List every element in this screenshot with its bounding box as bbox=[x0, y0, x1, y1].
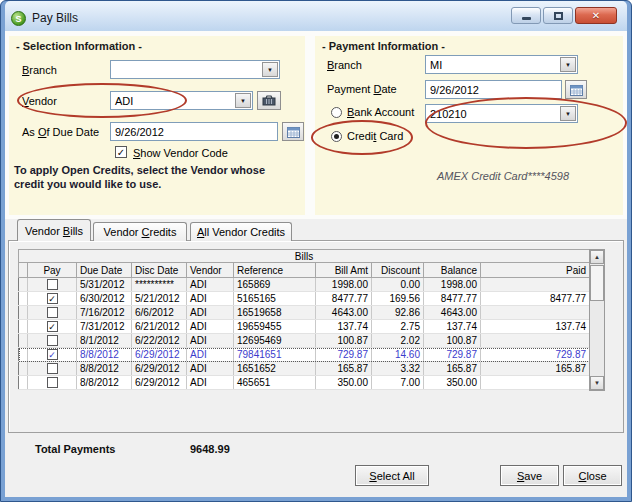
bank-account-radio[interactable] bbox=[331, 107, 342, 118]
table-row[interactable]: ✓ 6/30/2012 5/21/2012 ADI 5165165 8477.7… bbox=[19, 292, 590, 306]
payment-date-calendar-button[interactable] bbox=[565, 80, 587, 99]
table-row[interactable]: ✓ 7/31/2012 6/21/2012 ADI 19659455 137.7… bbox=[19, 320, 590, 334]
pay-checkbox[interactable]: ✓ bbox=[47, 293, 58, 304]
balance-cell: 729.87 bbox=[424, 348, 481, 362]
pay-checkbox[interactable] bbox=[47, 335, 58, 346]
payment-date-value: 9/26/2012 bbox=[430, 84, 479, 96]
due-date-cell: 7/16/2012 bbox=[77, 306, 132, 320]
table-row[interactable]: 7/16/2012 6/6/2012 ADI 16519658 4643.00 … bbox=[19, 306, 590, 320]
table-row[interactable]: 8/8/2012 6/29/2012 ADI 1651652 165.87 3.… bbox=[19, 362, 590, 376]
close-button[interactable]: ✕ bbox=[575, 7, 617, 24]
payment-heading: - Payment Information - bbox=[322, 40, 445, 52]
pay-checkbox[interactable]: ✓ bbox=[47, 349, 58, 360]
bills-group-header: Bills bbox=[19, 250, 590, 263]
vendor-dropdown[interactable]: ADI ▼ bbox=[110, 91, 253, 110]
pay-cell[interactable] bbox=[28, 362, 77, 376]
scroll-down-icon[interactable]: ▼ bbox=[590, 376, 604, 390]
close-dialog-button[interactable]: Close bbox=[563, 465, 622, 486]
paid-cell: 165.87 bbox=[481, 362, 590, 376]
as-of-due-date-value: 9/26/2012 bbox=[115, 126, 164, 138]
chevron-down-icon[interactable]: ▼ bbox=[262, 62, 278, 77]
total-payments-value: 9648.99 bbox=[190, 443, 230, 455]
vendor-cell: ADI bbox=[187, 334, 234, 348]
pay-cell[interactable]: ✓ bbox=[28, 348, 77, 362]
pay-checkbox[interactable] bbox=[47, 363, 58, 374]
tab-label: Vendor Bills bbox=[25, 225, 83, 237]
credit-card-radio[interactable] bbox=[331, 131, 342, 142]
calendar-icon bbox=[287, 126, 300, 138]
selection-information-panel: - Selection Information - Branch ▼ Vendo… bbox=[9, 36, 305, 215]
minimize-button[interactable] bbox=[511, 7, 541, 24]
pay-cell[interactable]: ✓ bbox=[28, 292, 77, 306]
titlebar[interactable]: S Pay Bills ✕ bbox=[5, 1, 627, 31]
vendor-bills-tab-page: Bills Pay Due Date Disc Date Vendor Refe… bbox=[8, 240, 624, 433]
bill-amt-cell: 165.87 bbox=[316, 362, 372, 376]
chevron-down-icon[interactable]: ▼ bbox=[560, 106, 576, 121]
tab-vendor-bills[interactable]: Vendor Bills bbox=[17, 219, 91, 241]
pay-cell[interactable] bbox=[28, 278, 77, 292]
col-due-date[interactable]: Due Date bbox=[77, 263, 132, 278]
balance-cell: 100.87 bbox=[424, 334, 481, 348]
table-row[interactable]: 5/31/2012 ********** ADI 165869 1998.00 … bbox=[19, 278, 590, 292]
table-row[interactable]: 8/8/2012 6/29/2012 ADI 465651 350.00 7.0… bbox=[19, 376, 590, 390]
tab-label: All Vendor Credits bbox=[197, 226, 285, 238]
col-reference[interactable]: Reference bbox=[234, 263, 316, 278]
save-label: Save bbox=[517, 470, 542, 482]
pay-cell[interactable] bbox=[28, 334, 77, 348]
chevron-down-icon[interactable]: ▼ bbox=[560, 57, 576, 72]
bills-scrollbar[interactable]: ▲ ▼ bbox=[589, 249, 605, 391]
chevron-down-icon[interactable]: ▼ bbox=[235, 93, 251, 108]
pay-checkbox[interactable] bbox=[47, 279, 58, 290]
payment-date-input[interactable]: 9/26/2012 bbox=[425, 80, 562, 99]
vendor-cell: ADI bbox=[187, 306, 234, 320]
disc-date-cell: 6/21/2012 bbox=[132, 320, 187, 334]
col-balance[interactable]: Balance bbox=[424, 263, 481, 278]
account-number-dropdown[interactable]: 210210 ▼ bbox=[425, 104, 578, 123]
tab-all-vendor-credits[interactable]: All Vendor Credits bbox=[190, 222, 292, 241]
branch-dropdown[interactable]: ▼ bbox=[110, 60, 280, 79]
col-vendor[interactable]: Vendor bbox=[187, 263, 234, 278]
select-all-label: Select All bbox=[369, 470, 414, 482]
disc-date-cell: 6/29/2012 bbox=[132, 362, 187, 376]
select-all-button[interactable]: Select All bbox=[355, 465, 429, 486]
row-header-cell bbox=[19, 348, 28, 362]
as-of-date-calendar-button[interactable] bbox=[282, 122, 304, 141]
show-vendor-code-label: Show Vendor Code bbox=[133, 147, 228, 159]
table-row[interactable]: 8/1/2012 6/22/2012 ADI 12695469 100.87 2… bbox=[19, 334, 590, 348]
vendor-cell: ADI bbox=[187, 320, 234, 334]
payment-branch-dropdown[interactable]: MI ▼ bbox=[425, 55, 578, 74]
show-vendor-code-checkbox[interactable]: ✓ bbox=[115, 146, 127, 158]
scrollbar-thumb[interactable] bbox=[590, 265, 604, 301]
bill-amt-cell: 137.74 bbox=[316, 320, 372, 334]
pay-checkbox[interactable]: ✓ bbox=[47, 321, 58, 332]
bill-amt-cell: 100.87 bbox=[316, 334, 372, 348]
vendor-dropdown-value: ADI bbox=[115, 95, 133, 107]
col-bill-amt[interactable]: Bill Amt bbox=[316, 263, 372, 278]
close-icon: ✕ bbox=[592, 10, 600, 21]
app-icon: S bbox=[11, 11, 26, 26]
vendor-cell: ADI bbox=[187, 376, 234, 390]
paid-cell: 729.87 bbox=[481, 348, 590, 362]
pay-cell[interactable]: ✓ bbox=[28, 320, 77, 334]
pay-checkbox[interactable] bbox=[47, 377, 58, 388]
table-row[interactable]: ✓ 8/8/2012 6/29/2012 ADI 79841651 729.87… bbox=[19, 348, 590, 362]
scroll-up-icon[interactable]: ▲ bbox=[590, 250, 604, 264]
reference-cell: 79841651 bbox=[234, 348, 316, 362]
tab-vendor-credits[interactable]: Vendor Credits bbox=[93, 222, 187, 241]
pay-checkbox[interactable] bbox=[47, 307, 58, 318]
col-paid[interactable]: Paid bbox=[481, 263, 590, 278]
col-discount[interactable]: Discount bbox=[372, 263, 424, 278]
col-disc-date[interactable]: Disc Date bbox=[132, 263, 187, 278]
maximize-button[interactable] bbox=[543, 7, 573, 24]
vendor-lookup-button[interactable] bbox=[257, 91, 281, 110]
pay-bills-window: S Pay Bills ✕ - Selection Information - … bbox=[0, 0, 632, 502]
col-pay[interactable]: Pay bbox=[28, 263, 77, 278]
pay-cell[interactable] bbox=[28, 376, 77, 390]
as-of-due-date-input[interactable]: 9/26/2012 bbox=[110, 122, 278, 141]
pay-cell[interactable] bbox=[28, 306, 77, 320]
credit-card-info-text: AMEX Credit Card****4598 bbox=[437, 170, 569, 182]
disc-date-cell: 6/22/2012 bbox=[132, 334, 187, 348]
balance-cell: 1998.00 bbox=[424, 278, 481, 292]
payment-branch-label: Branch bbox=[327, 59, 362, 71]
save-button[interactable]: Save bbox=[500, 465, 559, 486]
